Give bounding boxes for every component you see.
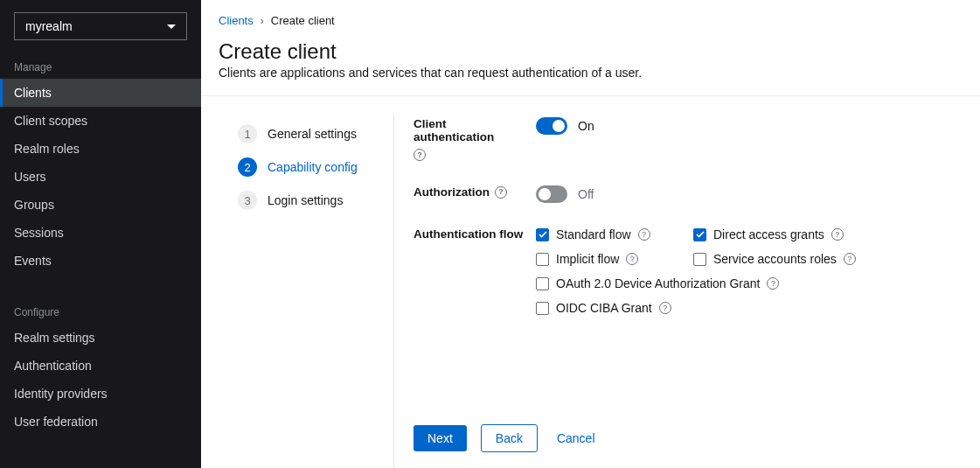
check-label: OIDC CIBA Grant: [556, 301, 652, 315]
sidebar-item-authentication[interactable]: Authentication: [0, 352, 201, 380]
checkbox-icon: [536, 253, 549, 266]
check-implicit-flow[interactable]: Implicit flow ?: [536, 252, 685, 266]
sidebar-section-manage: Manage: [0, 56, 201, 79]
sidebar-section-configure: Configure: [0, 301, 201, 324]
check-label: Implicit flow: [556, 252, 619, 266]
sidebar-item-users[interactable]: Users: [0, 163, 201, 191]
sidebar-item-label: Realm settings: [14, 331, 95, 345]
form-panel: Client authentication ? On Authorization…: [394, 114, 959, 468]
step-number-badge: 3: [238, 191, 257, 210]
sidebar-item-label: Groups: [14, 198, 54, 212]
step-label: General settings: [268, 127, 357, 141]
authorization-switch[interactable]: [536, 185, 567, 203]
sidebar-item-realm-roles[interactable]: Realm roles: [0, 135, 201, 163]
check-service-accounts[interactable]: Service accounts roles ?: [693, 252, 959, 266]
checkbox-icon: [536, 277, 549, 290]
page-description: Clients are applications and services th…: [219, 66, 959, 80]
sidebar-item-realm-settings[interactable]: Realm settings: [0, 324, 201, 352]
help-icon[interactable]: ?: [831, 228, 844, 241]
back-button[interactable]: Back: [481, 424, 538, 452]
cancel-button[interactable]: Cancel: [552, 425, 601, 451]
sidebar-item-label: Authentication: [14, 359, 92, 373]
sidebar-item-label: Clients: [14, 86, 52, 100]
check-ciba-grant[interactable]: OIDC CIBA Grant ?: [536, 301, 959, 315]
sidebar-item-identity-providers[interactable]: Identity providers: [0, 380, 201, 408]
label-text: Client authentication: [414, 117, 527, 143]
sidebar-item-label: Events: [14, 254, 52, 268]
check-label: Direct access grants: [713, 227, 824, 241]
realm-selector[interactable]: myrealm: [14, 12, 187, 40]
help-icon[interactable]: ?: [844, 253, 856, 265]
check-label: OAuth 2.0 Device Authorization Grant: [556, 276, 760, 290]
sidebar-item-label: Sessions: [14, 226, 64, 240]
wizard-step-general[interactable]: 1 General settings: [238, 117, 379, 150]
client-auth-switch-wrap: On: [536, 117, 959, 135]
breadcrumb-current: Create client: [271, 14, 335, 27]
authorization-state: Off: [578, 187, 594, 201]
sidebar-item-client-scopes[interactable]: Client scopes: [0, 107, 201, 135]
step-label: Capability config: [268, 160, 358, 174]
step-number-badge: 1: [238, 124, 257, 143]
sidebar-item-label: Realm roles: [14, 142, 80, 156]
client-auth-switch[interactable]: [536, 117, 567, 135]
main-content: Clients › Create client Create client Cl…: [201, 0, 980, 468]
page-title: Create client: [219, 39, 959, 64]
help-icon[interactable]: ?: [414, 149, 426, 161]
check-device-grant[interactable]: OAuth 2.0 Device Authorization Grant ?: [536, 276, 959, 290]
check-label: Standard flow: [556, 227, 631, 241]
sidebar-item-label: Identity providers: [14, 387, 108, 401]
checkbox-icon: [536, 228, 549, 241]
auth-flow-checks: Standard flow ? Direct access grants ? I…: [536, 227, 959, 315]
sidebar-item-events[interactable]: Events: [0, 247, 201, 275]
sidebar-item-label: Client scopes: [14, 114, 87, 128]
help-icon[interactable]: ?: [638, 228, 650, 241]
wizard-buttons: Next Back Cancel: [414, 409, 959, 468]
sidebar-item-label: Users: [14, 170, 46, 184]
sidebar: myrealm Manage Clients Client scopes Rea…: [0, 0, 201, 468]
help-icon[interactable]: ?: [659, 302, 671, 314]
wizard-step-capability[interactable]: 2 Capability config: [238, 150, 379, 184]
step-label: Login settings: [268, 193, 343, 207]
client-auth-state: On: [578, 119, 594, 133]
breadcrumb-separator-icon: ›: [261, 15, 264, 27]
help-icon[interactable]: ?: [767, 277, 779, 290]
client-auth-label: Client authentication ?: [414, 117, 527, 161]
help-icon[interactable]: ?: [495, 186, 507, 199]
authorization-switch-wrap: Off: [536, 185, 959, 203]
sidebar-item-label: User federation: [14, 415, 98, 429]
sidebar-item-sessions[interactable]: Sessions: [0, 219, 201, 247]
breadcrumb: Clients › Create client: [219, 14, 959, 27]
check-direct-access[interactable]: Direct access grants ?: [693, 227, 959, 241]
sidebar-item-clients[interactable]: Clients: [0, 79, 201, 107]
label-text: Authorization: [414, 185, 490, 199]
check-standard-flow[interactable]: Standard flow ?: [536, 227, 685, 241]
checkbox-icon: [693, 253, 706, 266]
next-button[interactable]: Next: [414, 425, 467, 451]
auth-flow-label: Authentication flow: [414, 227, 527, 241]
realm-selector-value: myrealm: [25, 19, 73, 33]
checkbox-icon: [693, 228, 706, 241]
sidebar-item-user-federation[interactable]: User federation: [0, 408, 201, 436]
wizard-step-login[interactable]: 3 Login settings: [238, 184, 379, 217]
label-text: Authentication flow: [414, 227, 523, 241]
sidebar-item-groups[interactable]: Groups: [0, 191, 201, 219]
check-label: Service accounts roles: [713, 252, 837, 266]
divider: [201, 95, 980, 96]
wizard-steps: 1 General settings 2 Capability config 3…: [219, 114, 393, 468]
breadcrumb-parent[interactable]: Clients: [219, 14, 254, 27]
help-icon[interactable]: ?: [626, 253, 638, 265]
authorization-label: Authorization ?: [414, 185, 527, 199]
chevron-down-icon: [167, 24, 176, 29]
step-number-badge: 2: [238, 157, 257, 177]
checkbox-icon: [536, 302, 549, 315]
